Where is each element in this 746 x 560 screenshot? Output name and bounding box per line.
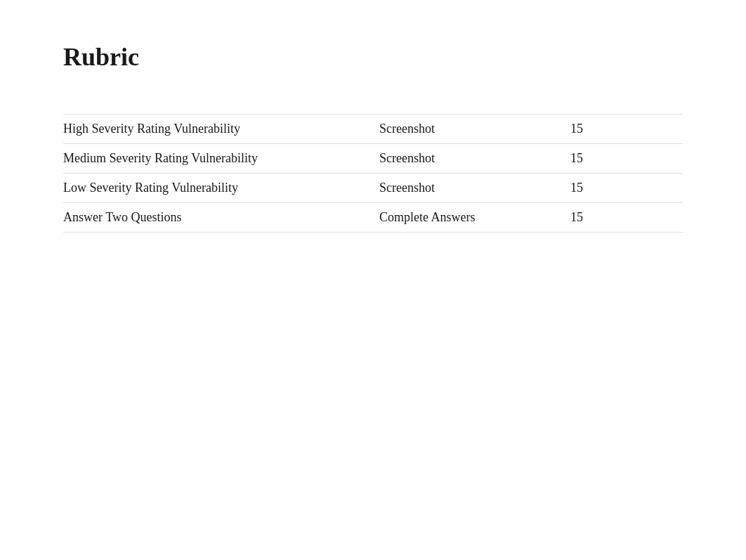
row-description: Medium Severity Rating Vulnerability [63, 151, 379, 166]
row-type: Complete Answers [379, 210, 541, 225]
page-title: Rubric [63, 42, 683, 72]
table-row: Low Severity Rating VulnerabilityScreens… [63, 174, 683, 203]
row-points: 15 [541, 151, 583, 166]
row-points: 15 [541, 181, 583, 195]
row-type: Screenshot [379, 181, 541, 195]
page-container: Rubric High Severity Rating Vulnerabilit… [0, 0, 746, 275]
table-row: High Severity Rating VulnerabilityScreen… [63, 114, 683, 144]
row-points: 15 [541, 210, 583, 225]
table-row: Answer Two QuestionsComplete Answers15 [63, 203, 683, 233]
row-description: Low Severity Rating Vulnerability [63, 181, 379, 195]
row-type: Screenshot [379, 151, 541, 166]
row-type: Screenshot [379, 122, 541, 136]
table-row: Medium Severity Rating VulnerabilityScre… [63, 144, 683, 174]
row-description: High Severity Rating Vulnerability [63, 122, 379, 136]
row-description: Answer Two Questions [63, 210, 379, 225]
rubric-table: High Severity Rating VulnerabilityScreen… [63, 114, 683, 233]
row-points: 15 [541, 122, 583, 136]
